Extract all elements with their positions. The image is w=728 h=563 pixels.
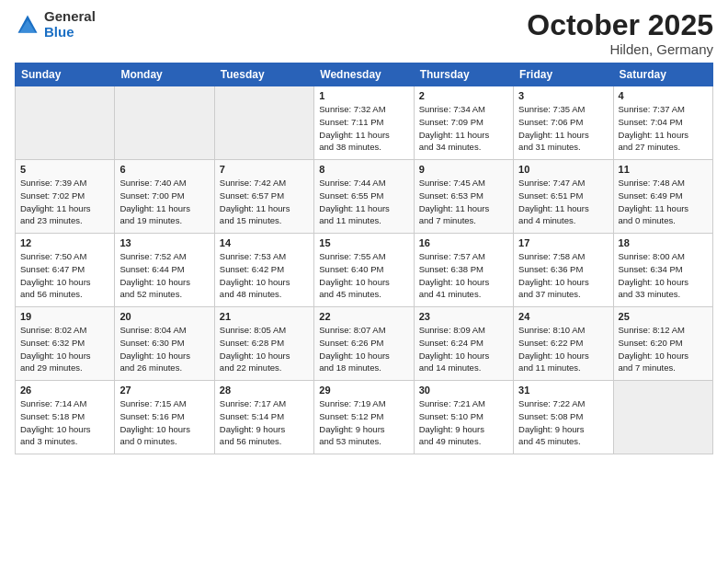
header-tuesday: Tuesday (214, 63, 313, 86)
calendar-location: Hilden, Germany (527, 41, 713, 57)
day-number: 31 (518, 385, 608, 396)
table-row: 6Sunrise: 7:40 AM Sunset: 7:00 PM Daylig… (115, 160, 214, 234)
header-sunday: Sunday (16, 63, 115, 86)
day-number: 16 (419, 237, 508, 248)
table-row: 1Sunrise: 7:32 AM Sunset: 7:11 PM Daylig… (314, 86, 414, 160)
day-number: 15 (319, 237, 408, 248)
day-number: 14 (220, 237, 309, 248)
day-info: Sunrise: 8:04 AM Sunset: 6:30 PM Dayligh… (119, 324, 209, 374)
calendar-week-row: 5Sunrise: 7:39 AM Sunset: 7:02 PM Daylig… (16, 160, 713, 234)
logo-blue-text: Blue (44, 25, 96, 40)
logo-text: General Blue (44, 9, 96, 40)
day-number: 22 (319, 311, 408, 322)
table-row (115, 86, 214, 160)
table-row: 9Sunrise: 7:45 AM Sunset: 6:53 PM Daylig… (414, 160, 513, 234)
day-number: 29 (319, 385, 408, 396)
table-row (613, 381, 712, 454)
day-info: Sunrise: 7:19 AM Sunset: 5:12 PM Dayligh… (319, 397, 408, 448)
title-block: October 2025 Hilden, Germany (527, 9, 713, 57)
day-number: 26 (20, 385, 109, 396)
day-info: Sunrise: 8:09 AM Sunset: 6:24 PM Dayligh… (419, 324, 508, 374)
table-row: 5Sunrise: 7:39 AM Sunset: 7:02 PM Daylig… (16, 160, 115, 234)
logo: General Blue (15, 9, 96, 40)
header: General Blue October 2025 Hilden, German… (15, 9, 713, 57)
table-row: 29Sunrise: 7:19 AM Sunset: 5:12 PM Dayli… (314, 381, 414, 454)
day-number: 3 (518, 90, 608, 101)
day-info: Sunrise: 7:42 AM Sunset: 6:57 PM Dayligh… (220, 177, 309, 227)
table-row: 13Sunrise: 7:52 AM Sunset: 6:44 PM Dayli… (115, 234, 214, 307)
day-number: 12 (20, 237, 109, 248)
table-row: 22Sunrise: 8:07 AM Sunset: 6:26 PM Dayli… (314, 307, 414, 381)
calendar-week-row: 19Sunrise: 8:02 AM Sunset: 6:32 PM Dayli… (16, 307, 713, 381)
day-number: 23 (419, 311, 508, 322)
day-info: Sunrise: 8:07 AM Sunset: 6:26 PM Dayligh… (319, 324, 408, 374)
day-info: Sunrise: 7:44 AM Sunset: 6:55 PM Dayligh… (319, 177, 408, 227)
day-number: 7 (220, 164, 309, 175)
table-row: 7Sunrise: 7:42 AM Sunset: 6:57 PM Daylig… (214, 160, 313, 234)
day-info: Sunrise: 7:39 AM Sunset: 7:02 PM Dayligh… (20, 177, 109, 227)
day-number: 30 (419, 385, 508, 396)
day-number: 6 (119, 164, 209, 175)
day-info: Sunrise: 7:17 AM Sunset: 5:14 PM Dayligh… (220, 397, 309, 448)
header-saturday: Saturday (613, 63, 712, 86)
table-row: 8Sunrise: 7:44 AM Sunset: 6:55 PM Daylig… (314, 160, 414, 234)
table-row: 15Sunrise: 7:55 AM Sunset: 6:40 PM Dayli… (314, 234, 414, 307)
header-friday: Friday (514, 63, 613, 86)
day-number: 19 (20, 311, 109, 322)
table-row: 16Sunrise: 7:57 AM Sunset: 6:38 PM Dayli… (414, 234, 513, 307)
day-number: 2 (419, 90, 508, 101)
day-info: Sunrise: 8:05 AM Sunset: 6:28 PM Dayligh… (220, 324, 309, 374)
table-row: 25Sunrise: 8:12 AM Sunset: 6:20 PM Dayli… (613, 307, 712, 381)
day-info: Sunrise: 7:21 AM Sunset: 5:10 PM Dayligh… (419, 397, 508, 448)
table-row: 12Sunrise: 7:50 AM Sunset: 6:47 PM Dayli… (16, 234, 115, 307)
day-info: Sunrise: 7:35 AM Sunset: 7:06 PM Dayligh… (518, 103, 608, 154)
day-number: 4 (619, 90, 708, 101)
table-row: 19Sunrise: 8:02 AM Sunset: 6:32 PM Dayli… (16, 307, 115, 381)
table-row: 23Sunrise: 8:09 AM Sunset: 6:24 PM Dayli… (414, 307, 513, 381)
table-row: 20Sunrise: 8:04 AM Sunset: 6:30 PM Dayli… (115, 307, 214, 381)
day-number: 11 (619, 164, 708, 175)
day-info: Sunrise: 7:52 AM Sunset: 6:44 PM Dayligh… (119, 250, 209, 301)
day-number: 13 (119, 237, 209, 248)
page: General Blue October 2025 Hilden, German… (0, 0, 728, 563)
header-monday: Monday (115, 63, 214, 86)
day-number: 10 (518, 164, 608, 175)
table-row: 3Sunrise: 7:35 AM Sunset: 7:06 PM Daylig… (514, 86, 613, 160)
day-number: 21 (220, 311, 309, 322)
day-number: 5 (20, 164, 109, 175)
table-row: 18Sunrise: 8:00 AM Sunset: 6:34 PM Dayli… (613, 234, 712, 307)
day-number: 17 (518, 237, 608, 248)
day-number: 20 (119, 311, 209, 322)
header-thursday: Thursday (414, 63, 513, 86)
day-info: Sunrise: 7:58 AM Sunset: 6:36 PM Dayligh… (518, 250, 608, 301)
table-row: 24Sunrise: 8:10 AM Sunset: 6:22 PM Dayli… (514, 307, 613, 381)
day-info: Sunrise: 7:47 AM Sunset: 6:51 PM Dayligh… (518, 177, 608, 227)
table-row: 17Sunrise: 7:58 AM Sunset: 6:36 PM Dayli… (514, 234, 613, 307)
day-number: 8 (319, 164, 408, 175)
day-number: 9 (419, 164, 508, 175)
day-info: Sunrise: 8:12 AM Sunset: 6:20 PM Dayligh… (619, 324, 708, 374)
day-info: Sunrise: 7:34 AM Sunset: 7:09 PM Dayligh… (419, 103, 508, 154)
day-info: Sunrise: 7:14 AM Sunset: 5:18 PM Dayligh… (20, 397, 109, 448)
day-info: Sunrise: 7:55 AM Sunset: 6:40 PM Dayligh… (319, 250, 408, 301)
table-row: 27Sunrise: 7:15 AM Sunset: 5:16 PM Dayli… (115, 381, 214, 454)
calendar-title: October 2025 (527, 9, 713, 41)
table-row: 14Sunrise: 7:53 AM Sunset: 6:42 PM Dayli… (214, 234, 313, 307)
table-row: 26Sunrise: 7:14 AM Sunset: 5:18 PM Dayli… (16, 381, 115, 454)
table-row: 28Sunrise: 7:17 AM Sunset: 5:14 PM Dayli… (214, 381, 313, 454)
day-info: Sunrise: 7:48 AM Sunset: 6:49 PM Dayligh… (619, 177, 708, 227)
day-number: 1 (319, 90, 408, 101)
table-row (214, 86, 313, 160)
day-info: Sunrise: 7:45 AM Sunset: 6:53 PM Dayligh… (419, 177, 508, 227)
day-info: Sunrise: 8:02 AM Sunset: 6:32 PM Dayligh… (20, 324, 109, 374)
table-row: 4Sunrise: 7:37 AM Sunset: 7:04 PM Daylig… (613, 86, 712, 160)
header-wednesday: Wednesday (314, 63, 414, 86)
table-row: 11Sunrise: 7:48 AM Sunset: 6:49 PM Dayli… (613, 160, 712, 234)
table-row: 21Sunrise: 8:05 AM Sunset: 6:28 PM Dayli… (214, 307, 313, 381)
calendar-week-row: 26Sunrise: 7:14 AM Sunset: 5:18 PM Dayli… (16, 381, 713, 454)
day-number: 24 (518, 311, 608, 322)
day-info: Sunrise: 7:57 AM Sunset: 6:38 PM Dayligh… (419, 250, 508, 301)
day-number: 18 (619, 237, 708, 248)
day-info: Sunrise: 7:40 AM Sunset: 7:00 PM Dayligh… (119, 177, 209, 227)
calendar-week-row: 1Sunrise: 7:32 AM Sunset: 7:11 PM Daylig… (16, 86, 713, 160)
